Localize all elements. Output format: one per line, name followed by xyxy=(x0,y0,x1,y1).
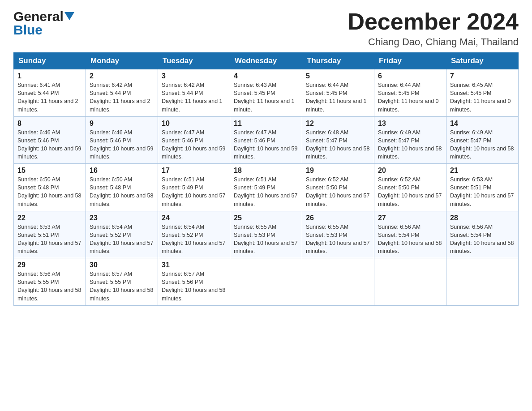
calendar-day-cell: 15 Sunrise: 6:50 AMSunset: 5:48 PMDaylig… xyxy=(14,164,86,211)
day-info: Sunrise: 6:47 AMSunset: 5:46 PMDaylight:… xyxy=(234,128,298,161)
calendar-day-cell: 16 Sunrise: 6:50 AMSunset: 5:48 PMDaylig… xyxy=(86,164,158,211)
calendar-day-cell xyxy=(446,258,519,306)
calendar-day-cell xyxy=(302,258,374,306)
day-number: 31 xyxy=(162,261,226,269)
calendar-day-cell: 28 Sunrise: 6:56 AMSunset: 5:54 PMDaylig… xyxy=(446,211,519,258)
day-number: 4 xyxy=(234,72,298,80)
day-info: Sunrise: 6:57 AMSunset: 5:56 PMDaylight:… xyxy=(162,270,226,303)
day-info: Sunrise: 6:55 AMSunset: 5:53 PMDaylight:… xyxy=(306,223,370,256)
calendar-day-cell: 13 Sunrise: 6:49 AMSunset: 5:47 PMDaylig… xyxy=(374,116,446,164)
day-info: Sunrise: 6:52 AMSunset: 5:50 PMDaylight:… xyxy=(378,176,442,208)
day-number: 12 xyxy=(306,120,370,128)
calendar-day-cell: 3 Sunrise: 6:42 AMSunset: 5:44 PMDayligh… xyxy=(158,69,230,117)
day-number: 14 xyxy=(450,120,515,128)
day-number: 7 xyxy=(450,72,515,80)
day-info: Sunrise: 6:51 AMSunset: 5:49 PMDaylight:… xyxy=(234,176,298,208)
calendar-day-cell: 11 Sunrise: 6:47 AMSunset: 5:46 PMDaylig… xyxy=(230,116,302,164)
day-info: Sunrise: 6:50 AMSunset: 5:48 PMDaylight:… xyxy=(17,176,82,208)
day-number: 25 xyxy=(234,214,298,222)
day-info: Sunrise: 6:49 AMSunset: 5:47 PMDaylight:… xyxy=(378,128,442,161)
logo-blue-text: Blue xyxy=(13,22,43,38)
day-number: 11 xyxy=(234,120,298,128)
day-info: Sunrise: 6:51 AMSunset: 5:49 PMDaylight:… xyxy=(162,176,226,208)
day-info: Sunrise: 6:52 AMSunset: 5:50 PMDaylight:… xyxy=(306,176,370,208)
calendar-day-cell: 9 Sunrise: 6:46 AMSunset: 5:46 PMDayligh… xyxy=(86,116,158,164)
calendar-day-cell: 2 Sunrise: 6:42 AMSunset: 5:44 PMDayligh… xyxy=(86,69,158,117)
day-info: Sunrise: 6:44 AMSunset: 5:45 PMDaylight:… xyxy=(378,81,442,114)
calendar-day-cell: 22 Sunrise: 6:53 AMSunset: 5:51 PMDaylig… xyxy=(14,211,86,258)
location-title: Chiang Dao, Chiang Mai, Thailand xyxy=(348,36,519,48)
logo-general-text: General xyxy=(13,9,64,24)
day-info: Sunrise: 6:57 AMSunset: 5:55 PMDaylight:… xyxy=(90,270,154,303)
logo: General Blue xyxy=(13,9,74,38)
day-info: Sunrise: 6:47 AMSunset: 5:46 PMDaylight:… xyxy=(162,128,226,161)
day-number: 21 xyxy=(450,167,515,175)
day-number: 30 xyxy=(90,261,154,269)
day-info: Sunrise: 6:56 AMSunset: 5:55 PMDaylight:… xyxy=(17,270,82,303)
calendar-day-cell: 6 Sunrise: 6:44 AMSunset: 5:45 PMDayligh… xyxy=(374,69,446,117)
calendar-week-row: 22 Sunrise: 6:53 AMSunset: 5:51 PMDaylig… xyxy=(14,211,519,258)
day-info: Sunrise: 6:43 AMSunset: 5:45 PMDaylight:… xyxy=(234,81,298,114)
calendar-day-cell: 10 Sunrise: 6:47 AMSunset: 5:46 PMDaylig… xyxy=(158,116,230,164)
calendar-day-cell: 14 Sunrise: 6:49 AMSunset: 5:47 PMDaylig… xyxy=(446,116,519,164)
day-info: Sunrise: 6:50 AMSunset: 5:48 PMDaylight:… xyxy=(90,176,154,208)
calendar-day-cell: 23 Sunrise: 6:54 AMSunset: 5:52 PMDaylig… xyxy=(86,211,158,258)
day-number: 23 xyxy=(90,214,154,222)
weekday-header-row: SundayMondayTuesdayWednesdayThursdayFrid… xyxy=(14,53,519,69)
day-info: Sunrise: 6:46 AMSunset: 5:46 PMDaylight:… xyxy=(17,128,82,161)
calendar-week-row: 15 Sunrise: 6:50 AMSunset: 5:48 PMDaylig… xyxy=(14,164,519,211)
day-number: 29 xyxy=(17,261,82,269)
calendar-day-cell: 1 Sunrise: 6:41 AMSunset: 5:44 PMDayligh… xyxy=(14,69,86,117)
calendar-day-cell: 8 Sunrise: 6:46 AMSunset: 5:46 PMDayligh… xyxy=(14,116,86,164)
calendar-day-cell: 21 Sunrise: 6:53 AMSunset: 5:51 PMDaylig… xyxy=(446,164,519,211)
calendar-day-cell: 7 Sunrise: 6:45 AMSunset: 5:45 PMDayligh… xyxy=(446,69,519,117)
calendar-day-cell: 30 Sunrise: 6:57 AMSunset: 5:55 PMDaylig… xyxy=(86,258,158,306)
calendar-day-cell: 19 Sunrise: 6:52 AMSunset: 5:50 PMDaylig… xyxy=(302,164,374,211)
day-number: 26 xyxy=(306,214,370,222)
calendar-day-cell: 18 Sunrise: 6:51 AMSunset: 5:49 PMDaylig… xyxy=(230,164,302,211)
day-info: Sunrise: 6:53 AMSunset: 5:51 PMDaylight:… xyxy=(17,223,82,256)
logo-triangle-icon xyxy=(64,12,74,22)
day-number: 13 xyxy=(378,120,442,128)
day-info: Sunrise: 6:44 AMSunset: 5:45 PMDaylight:… xyxy=(306,81,370,114)
calendar-week-row: 8 Sunrise: 6:46 AMSunset: 5:46 PMDayligh… xyxy=(14,116,519,164)
day-number: 22 xyxy=(17,214,82,222)
calendar-day-cell: 31 Sunrise: 6:57 AMSunset: 5:56 PMDaylig… xyxy=(158,258,230,306)
day-number: 15 xyxy=(17,167,82,175)
day-number: 19 xyxy=(306,167,370,175)
day-info: Sunrise: 6:41 AMSunset: 5:44 PMDaylight:… xyxy=(17,81,82,114)
calendar-day-cell: 20 Sunrise: 6:52 AMSunset: 5:50 PMDaylig… xyxy=(374,164,446,211)
day-number: 8 xyxy=(17,120,82,128)
title-section: December 2024 Chiang Dao, Chiang Mai, Th… xyxy=(348,9,519,48)
calendar-day-cell: 29 Sunrise: 6:56 AMSunset: 5:55 PMDaylig… xyxy=(14,258,86,306)
weekday-header-wednesday: Wednesday xyxy=(230,53,302,69)
calendar-day-cell xyxy=(374,258,446,306)
day-info: Sunrise: 6:55 AMSunset: 5:53 PMDaylight:… xyxy=(234,223,298,256)
day-info: Sunrise: 6:46 AMSunset: 5:46 PMDaylight:… xyxy=(90,128,154,161)
day-number: 18 xyxy=(234,167,298,175)
day-number: 1 xyxy=(17,72,82,80)
day-info: Sunrise: 6:42 AMSunset: 5:44 PMDaylight:… xyxy=(162,81,226,114)
calendar-week-row: 1 Sunrise: 6:41 AMSunset: 5:44 PMDayligh… xyxy=(14,69,519,117)
month-title: December 2024 xyxy=(348,9,519,34)
day-number: 24 xyxy=(162,214,226,222)
day-info: Sunrise: 6:45 AMSunset: 5:45 PMDaylight:… xyxy=(450,81,515,114)
calendar-day-cell: 17 Sunrise: 6:51 AMSunset: 5:49 PMDaylig… xyxy=(158,164,230,211)
day-number: 27 xyxy=(378,214,442,222)
calendar-day-cell: 26 Sunrise: 6:55 AMSunset: 5:53 PMDaylig… xyxy=(302,211,374,258)
day-info: Sunrise: 6:54 AMSunset: 5:52 PMDaylight:… xyxy=(162,223,226,256)
calendar-day-cell: 27 Sunrise: 6:56 AMSunset: 5:54 PMDaylig… xyxy=(374,211,446,258)
calendar-table: SundayMondayTuesdayWednesdayThursdayFrid… xyxy=(13,52,519,306)
day-info: Sunrise: 6:53 AMSunset: 5:51 PMDaylight:… xyxy=(450,176,515,208)
weekday-header-friday: Friday xyxy=(374,53,446,69)
calendar-week-row: 29 Sunrise: 6:56 AMSunset: 5:55 PMDaylig… xyxy=(14,258,519,306)
page-header: General Blue December 2024 Chiang Dao, C… xyxy=(13,9,519,48)
weekday-header-saturday: Saturday xyxy=(446,53,519,69)
day-number: 10 xyxy=(162,120,226,128)
day-number: 20 xyxy=(378,167,442,175)
day-info: Sunrise: 6:56 AMSunset: 5:54 PMDaylight:… xyxy=(450,223,515,256)
day-number: 28 xyxy=(450,214,515,222)
day-info: Sunrise: 6:42 AMSunset: 5:44 PMDaylight:… xyxy=(90,81,154,114)
calendar-day-cell xyxy=(230,258,302,306)
weekday-header-sunday: Sunday xyxy=(14,53,86,69)
